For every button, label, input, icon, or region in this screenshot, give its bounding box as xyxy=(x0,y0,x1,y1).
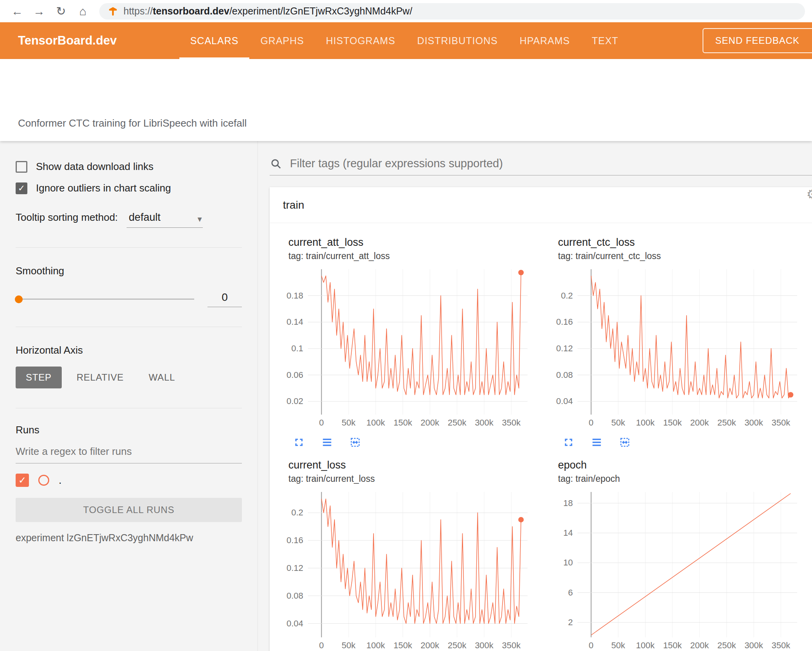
tab-graphs[interactable]: GRAPHS xyxy=(249,22,315,59)
settings-gear-icon[interactable]: ⚙ xyxy=(807,186,812,202)
slider-thumb[interactable] xyxy=(15,295,23,303)
svg-text:0.1: 0.1 xyxy=(291,343,303,353)
experiment-title: Conformer CTC training for LibriSpeech w… xyxy=(18,117,247,129)
home-icon[interactable]: ⌂ xyxy=(73,2,93,20)
chart-tag: tag: train/current_att_loss xyxy=(288,251,545,261)
chart-tag: tag: train/current_loss xyxy=(288,474,545,484)
tag-filter-bar xyxy=(270,157,812,175)
address-bar[interactable]: https://tensorboard.dev/experiment/lzGnE… xyxy=(99,3,805,20)
expand-chart-icon[interactable] xyxy=(292,436,306,449)
smoothing-value[interactable]: 0 xyxy=(207,291,242,307)
search-icon xyxy=(270,157,282,170)
svg-text:50k: 50k xyxy=(611,640,625,650)
forward-icon[interactable]: → xyxy=(29,2,49,20)
svg-text:0: 0 xyxy=(319,418,324,427)
settings-sidebar: Show data download links ✓ Ignore outlie… xyxy=(0,141,258,651)
divider xyxy=(16,247,242,248)
tooltip-sorting-select[interactable]: default ▾ xyxy=(127,211,203,228)
run-name: . xyxy=(59,474,62,486)
lines-icon[interactable] xyxy=(590,436,603,449)
experiment-id: experiment lzGnETjwRxC3yghNMd4kPw xyxy=(16,532,242,544)
tab-hparams[interactable]: HPARAMS xyxy=(509,22,581,59)
expand-chart-icon[interactable] xyxy=(562,436,575,449)
chart-toolbar xyxy=(562,436,812,449)
app-header: TensorBoard.dev SCALARS GRAPHS HISTOGRAM… xyxy=(0,22,812,59)
run-color-swatch-icon xyxy=(38,475,49,486)
svg-text:0.2: 0.2 xyxy=(291,508,303,517)
charts-grid: current_att_loss tag: train/current_att_… xyxy=(270,223,812,651)
site-favicon-icon xyxy=(108,6,118,16)
tab-scalars[interactable]: SCALARS xyxy=(179,22,250,59)
tab-text[interactable]: TEXT xyxy=(581,22,629,59)
svg-text:6: 6 xyxy=(568,588,573,597)
svg-text:0.08: 0.08 xyxy=(556,370,573,380)
show-download-links-label: Show data download links xyxy=(36,161,154,173)
svg-text:200k: 200k xyxy=(690,640,709,650)
horizontal-axis-label: Horizontal Axis xyxy=(16,344,242,356)
svg-text:14: 14 xyxy=(563,528,573,538)
svg-text:300k: 300k xyxy=(744,640,764,650)
ignore-outliers-checkbox[interactable]: ✓ xyxy=(16,182,27,194)
url-domain: tensorboard.dev xyxy=(153,5,229,16)
svg-text:300k: 300k xyxy=(475,418,494,427)
tag-group-title: train xyxy=(283,199,304,211)
svg-text:0.16: 0.16 xyxy=(556,317,573,327)
smoothing-slider[interactable] xyxy=(16,299,194,300)
svg-text:0.18: 0.18 xyxy=(286,291,303,300)
svg-text:100k: 100k xyxy=(367,418,386,427)
url-path: /experiment/lzGnETjwRxC3yghNMd4kPw/ xyxy=(229,5,412,16)
svg-text:0.12: 0.12 xyxy=(556,343,573,353)
tab-distributions[interactable]: DISTRIBUTIONS xyxy=(406,22,509,59)
svg-text:0.12: 0.12 xyxy=(286,563,303,573)
browser-toolbar: ← → ↻ ⌂ https://tensorboard.dev/experime… xyxy=(0,0,812,22)
svg-text:50k: 50k xyxy=(342,418,356,427)
chart-plot[interactable]: 050k100k150k200k250k300k350k26101418 xyxy=(545,488,803,651)
svg-text:150k: 150k xyxy=(393,640,413,650)
svg-text:0: 0 xyxy=(589,418,594,427)
fit-domain-icon[interactable] xyxy=(618,436,631,449)
chart-current-loss: current_loss tag: train/current_loss 050… xyxy=(275,459,545,651)
svg-text:0.14: 0.14 xyxy=(286,317,303,327)
svg-text:0: 0 xyxy=(589,640,594,650)
chart-plot[interactable]: 050k100k150k200k250k300k350k0.040.080.12… xyxy=(275,488,533,651)
svg-text:100k: 100k xyxy=(636,640,655,650)
axis-button-step[interactable]: STEP xyxy=(16,367,62,388)
svg-text:150k: 150k xyxy=(663,418,682,427)
filter-tags-input[interactable] xyxy=(289,157,812,170)
lines-icon[interactable] xyxy=(320,436,334,449)
svg-text:150k: 150k xyxy=(393,418,413,427)
tooltip-sorting-label: Tooltip sorting method: xyxy=(16,211,118,224)
tag-group-header[interactable]: train xyxy=(270,187,812,223)
chart-plot[interactable]: 050k100k150k200k250k300k350k0.040.080.12… xyxy=(545,265,803,429)
svg-text:250k: 250k xyxy=(717,640,737,650)
main-panel: ⚙ train current_att_loss tag: train/curr… xyxy=(258,141,812,651)
svg-text:300k: 300k xyxy=(744,418,764,427)
tab-histograms[interactable]: HISTOGRAMS xyxy=(315,22,406,59)
chart-title: current_loss xyxy=(288,459,545,471)
svg-text:0.04: 0.04 xyxy=(556,396,573,406)
svg-text:300k: 300k xyxy=(475,640,494,650)
svg-text:0.16: 0.16 xyxy=(286,535,303,545)
chart-toolbar xyxy=(292,436,545,449)
svg-text:0.2: 0.2 xyxy=(561,291,573,300)
back-icon[interactable]: ← xyxy=(7,2,27,20)
divider xyxy=(16,408,242,408)
show-download-links-checkbox[interactable] xyxy=(16,161,27,173)
fit-domain-icon[interactable] xyxy=(349,436,362,449)
run-checkbox[interactable]: ✓ xyxy=(16,474,29,487)
svg-text:50k: 50k xyxy=(611,418,625,427)
chart-current-ctc-loss: current_ctc_loss tag: train/current_ctc_… xyxy=(545,236,812,449)
runs-filter-input[interactable] xyxy=(16,443,242,463)
svg-text:350k: 350k xyxy=(502,640,521,650)
reload-icon[interactable]: ↻ xyxy=(51,2,71,20)
toggle-all-runs-button[interactable]: TOGGLE ALL RUNS xyxy=(16,498,242,522)
send-feedback-button[interactable]: SEND FEEDBACK xyxy=(703,28,812,53)
axis-button-wall[interactable]: WALL xyxy=(139,367,186,388)
svg-text:200k: 200k xyxy=(420,418,440,427)
svg-text:100k: 100k xyxy=(367,640,386,650)
chevron-down-icon: ▾ xyxy=(198,214,202,224)
divider xyxy=(16,327,242,327)
axis-button-relative[interactable]: RELATIVE xyxy=(66,367,134,388)
svg-text:250k: 250k xyxy=(448,640,467,650)
chart-plot[interactable]: 050k100k150k200k250k300k350k0.020.060.10… xyxy=(275,265,533,429)
